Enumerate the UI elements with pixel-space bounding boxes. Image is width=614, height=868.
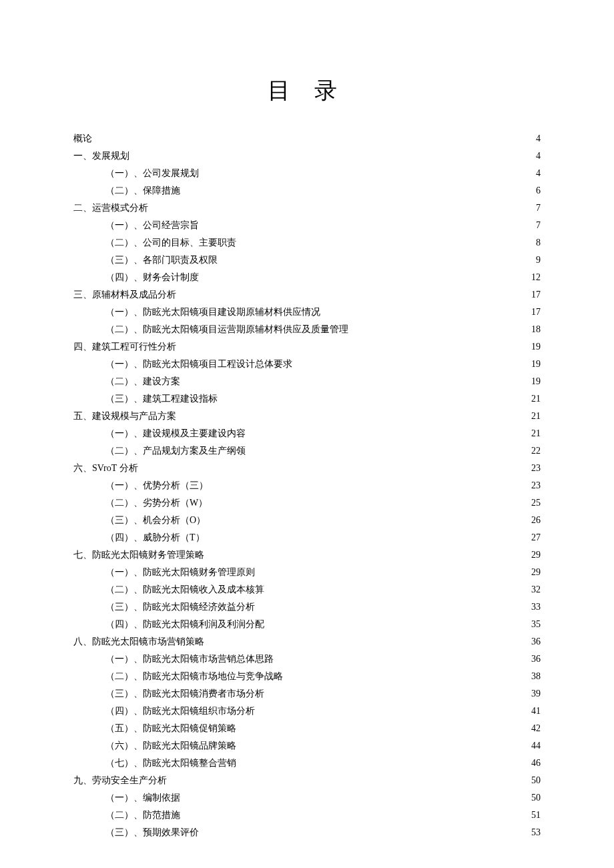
toc-entry-page: 21	[526, 408, 541, 425]
toc-entry: （一）、防眩光太阳镜财务管理原则29	[73, 564, 541, 581]
toc-entry-page: 4	[526, 165, 541, 182]
toc-entry-page: 46	[526, 755, 541, 772]
toc-entry-label: （二）、公司的目标、主要职责	[105, 234, 236, 252]
toc-entry: 一、发展规划4	[73, 147, 541, 165]
toc-entry: 九、劳动安全生产分析50	[73, 772, 541, 789]
toc-entry-label: 二、运营模式分析	[73, 199, 148, 217]
toc-entry-label: 四、建筑工程可行性分析	[73, 338, 176, 356]
toc-entry: （一）、防眩光太阳镜项目工程设计总体要求19	[73, 356, 541, 373]
toc-entry-label: （四）、威胁分析（T）	[105, 529, 205, 546]
toc-entry-page: 51	[526, 807, 541, 824]
toc-entry-page: 8	[526, 234, 541, 252]
toc-entry-label: （一）、公司发展规划	[105, 165, 199, 182]
toc-entry: （三）、各部门职责及权限9	[73, 252, 541, 269]
toc-entry: （一）、公司发展规划4	[73, 165, 541, 182]
toc-entry: （二）、防眩光太阳镜市场地位与竞争战略38	[73, 668, 541, 685]
toc-entry-page: 22	[526, 442, 541, 460]
toc-entry: 二、运营模式分析7	[73, 199, 541, 217]
toc-entry: （四）、防眩光太阳镜组织市场分析41	[73, 703, 541, 720]
toc-entry-label: （二）、建设方案	[105, 373, 180, 390]
toc-entry-page: 21	[526, 390, 541, 408]
toc-entry: （二）、防眩光太阳镜收入及成本核算32	[73, 581, 541, 598]
toc-entry: 三、原辅材料及成品分析17	[73, 286, 541, 304]
toc-entry: （四）、防眩光太阳镜利润及利润分配35	[73, 616, 541, 633]
toc-entry-page: 42	[526, 720, 541, 737]
toc-entry-page: 32	[526, 581, 541, 598]
toc-entry-label: （四）、防眩光太阳镜利润及利润分配	[105, 616, 264, 633]
toc-entry: （二）、防范措施51	[73, 807, 541, 824]
toc-entry: （一）、建设规模及主要建设内容21	[73, 425, 541, 442]
toc-entry-page: 50	[526, 772, 541, 789]
toc-entry-page: 7	[526, 217, 541, 234]
toc-entry-label: （一）、公司经营宗旨	[105, 217, 199, 234]
toc-entry-page: 17	[526, 304, 541, 321]
toc-entry: （三）、预期效果评价53	[73, 824, 541, 841]
toc-entry-page: 9	[526, 252, 541, 269]
toc-entry: （二）、防眩光太阳镜项目运营期原辅材料供应及质量管理18	[73, 321, 541, 338]
toc-entry: 六、SVroT 分析23	[73, 460, 541, 477]
toc-entry-page: 41	[526, 703, 541, 720]
toc-entry-label: （四）、防眩光太阳镜组织市场分析	[105, 703, 255, 720]
toc-entry-page: 53	[526, 824, 541, 841]
toc-entry-label: （三）、防眩光太阳镜经济效益分析	[105, 598, 255, 616]
toc-entry-label: （一）、编制依据	[105, 789, 180, 807]
toc-entry-label: （三）、预期效果评价	[105, 824, 199, 841]
toc-entry-page: 35	[526, 616, 541, 633]
toc-entry-page: 19	[526, 356, 541, 373]
toc-entry-label: 一、发展规划	[73, 147, 129, 165]
toc-entry-label: （一）、防眩光太阳镜市场营销总体思路	[105, 650, 274, 668]
toc-entry-label: 六、SVroT 分析	[73, 460, 138, 477]
toc-entry: （二）、保障措施6	[73, 182, 541, 199]
toc-entry-page: 38	[526, 668, 541, 685]
toc-entry: 四、建筑工程可行性分析19	[73, 338, 541, 356]
toc-entry-page: 7	[526, 199, 541, 217]
toc-entry-label: （二）、产品规划方案及生产纲领	[105, 442, 246, 460]
toc-entry-label: （二）、防眩光太阳镜收入及成本核算	[105, 581, 264, 598]
toc-entry-label: 八、防眩光太阳镜市场营销策略	[73, 633, 204, 650]
toc-entry: （三）、建筑工程建设指标21	[73, 390, 541, 408]
toc-entry-page: 19	[526, 338, 541, 356]
toc-entry-label: 概论	[73, 130, 92, 147]
toc-entry-page: 26	[526, 512, 541, 529]
toc-entry-page: 29	[526, 564, 541, 581]
toc-entry: 概论4	[73, 130, 541, 147]
toc-entry-page: 29	[526, 546, 541, 564]
toc-entry: 八、防眩光太阳镜市场营销策略36	[73, 633, 541, 650]
toc-entry-page: 12	[526, 269, 541, 286]
toc-entry: （一）、优势分析（三）23	[73, 477, 541, 494]
toc-entry-page: 36	[526, 650, 541, 668]
toc-entry-page: 44	[526, 737, 541, 755]
toc-entry: （三）、防眩光太阳镜经济效益分析33	[73, 598, 541, 616]
toc-entry-label: （三）、各部门职责及权限	[105, 252, 218, 269]
toc-entry-label: 九、劳动安全生产分析	[73, 772, 167, 789]
toc-entry: （六）、防眩光太阳镜品牌策略44	[73, 737, 541, 755]
toc-entry: （四）、财务会计制度12	[73, 269, 541, 286]
toc-entry-label: （一）、优势分析（三）	[105, 477, 208, 494]
toc-entry-label: （六）、防眩光太阳镜品牌策略	[105, 737, 236, 755]
toc-entry-label: 七、防眩光太阳镜财务管理策略	[73, 546, 204, 564]
toc-entry: （三）、防眩光太阳镜消费者市场分析39	[73, 685, 541, 703]
toc-entry-label: （五）、防眩光太阳镜促销策略	[105, 720, 236, 737]
toc-entry-page: 27	[526, 529, 541, 546]
toc-entry-page: 23	[526, 477, 541, 494]
toc-entry-page: 39	[526, 685, 541, 703]
toc-entry: （二）、劣势分析（W）25	[73, 494, 541, 512]
toc-entry-label: （三）、机会分析（O）	[105, 512, 206, 529]
toc-entry-label: （一）、建设规模及主要建设内容	[105, 425, 246, 442]
toc-list: 概论4一、发展规划4（一）、公司发展规划4（二）、保障措施6二、运营模式分析7（…	[73, 130, 541, 841]
toc-entry-label: 三、原辅材料及成品分析	[73, 286, 176, 304]
toc-entry-label: （四）、财务会计制度	[105, 269, 199, 286]
toc-entry-label: （二）、保障措施	[105, 182, 180, 199]
toc-entry-page: 21	[526, 425, 541, 442]
toc-entry-label: 五、建设规模与产品方案	[73, 408, 176, 425]
toc-entry: （三）、机会分析（O）26	[73, 512, 541, 529]
toc-entry-page: 36	[526, 633, 541, 650]
toc-entry: （二）、建设方案19	[73, 373, 541, 390]
toc-entry-page: 33	[526, 598, 541, 616]
toc-entry-label: （三）、建筑工程建设指标	[105, 390, 218, 408]
toc-entry-page: 6	[526, 182, 541, 199]
toc-entry-label: （一）、防眩光太阳镜财务管理原则	[105, 564, 255, 581]
toc-entry: 五、建设规模与产品方案21	[73, 408, 541, 425]
toc-entry: （五）、防眩光太阳镜促销策略42	[73, 720, 541, 737]
toc-entry: （一）、编制依据50	[73, 789, 541, 807]
